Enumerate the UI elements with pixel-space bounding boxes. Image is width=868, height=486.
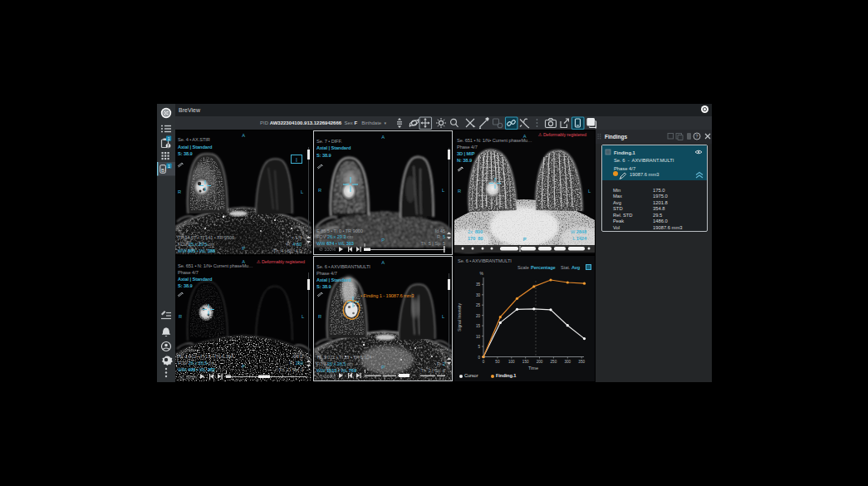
svg-text:30: 30 <box>476 293 481 297</box>
svg-text:?: ? <box>695 134 699 139</box>
svg-text:%: % <box>480 271 484 276</box>
svg-text:10: 10 <box>476 335 481 339</box>
svg-text:20: 20 <box>476 314 481 318</box>
svg-text:I: I <box>296 157 297 163</box>
svg-text:1: 1 <box>168 136 170 141</box>
svg-text:25: 25 <box>476 303 481 307</box>
svg-text:5: 5 <box>478 345 480 349</box>
svg-text:0: 0 <box>478 356 480 360</box>
svg-text:50: 50 <box>495 360 500 364</box>
svg-text:Time: Time <box>528 366 538 371</box>
svg-text:B: B <box>161 168 164 173</box>
svg-text:200: 200 <box>537 360 543 364</box>
svg-text:0: 0 <box>483 360 485 364</box>
svg-text:100: 100 <box>508 360 515 364</box>
svg-text:35: 35 <box>476 282 481 287</box>
svg-text:15: 15 <box>476 324 481 328</box>
svg-text:Signal Intensity: Signal Intensity <box>457 303 462 331</box>
svg-text:350: 350 <box>578 360 585 364</box>
svg-text:300: 300 <box>564 360 571 364</box>
svg-text:250: 250 <box>551 360 557 364</box>
svg-text:150: 150 <box>522 360 529 364</box>
svg-text:1: 1 <box>168 164 170 169</box>
